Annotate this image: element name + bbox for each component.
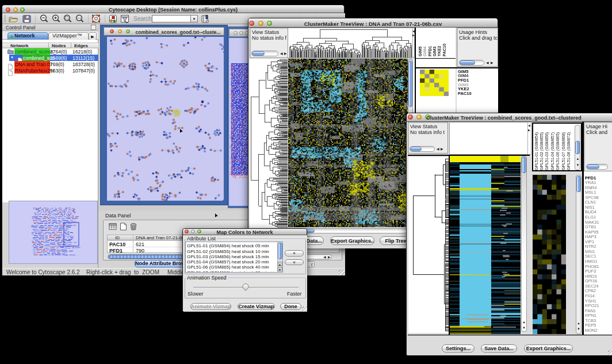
svg-text:1:1: 1:1 [77,17,81,20]
